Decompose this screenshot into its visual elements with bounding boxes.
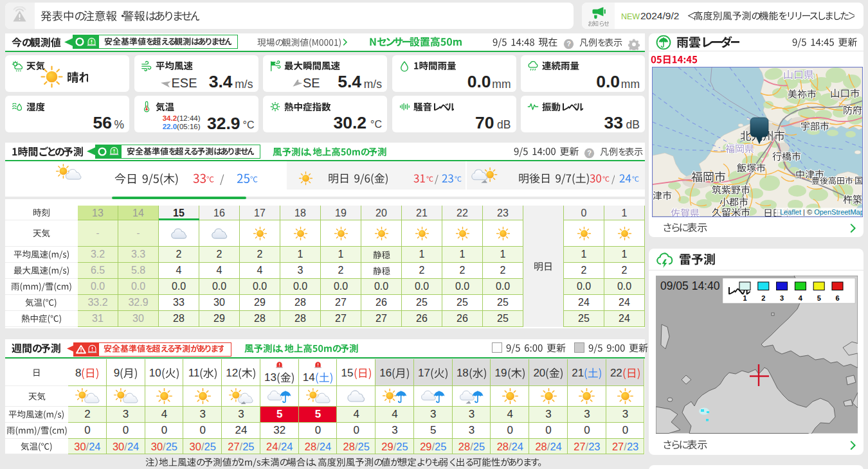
svg-text:6: 6 <box>835 294 839 302</box>
svg-text:2: 2 <box>761 294 765 302</box>
svg-text:Leaflet | © OpenStreetMap: Leaflet | © OpenStreetMap <box>780 208 862 216</box>
svg-text:1: 1 <box>743 294 746 302</box>
svg-text:5: 5 <box>817 294 821 302</box>
svg-text:4: 4 <box>799 294 803 302</box>
svg-text:3: 3 <box>780 294 784 302</box>
svg-text:09/05 14:40: 09/05 14:40 <box>660 279 720 292</box>
